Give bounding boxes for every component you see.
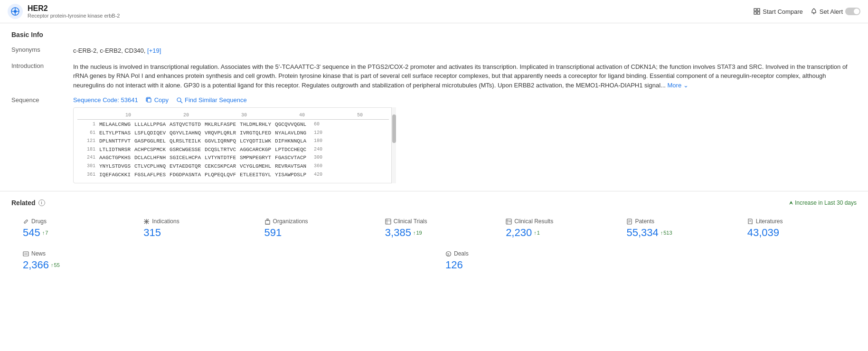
compare-icon [754, 8, 760, 15]
synonyms-more[interactable]: [+19] [147, 47, 161, 54]
news-value: 2,366 ↑ 55 [23, 259, 423, 271]
svg-point-1 [14, 10, 17, 13]
svg-rect-23 [386, 219, 391, 224]
main-content: Basic Info Synonyms c-ERB-2, c-ERB2, CD3… [0, 23, 868, 285]
literatures-label: Literatures [747, 218, 845, 225]
synonyms-label: Synonyms [11, 46, 64, 53]
related-card-patents[interactable]: Patents 55,334 ↑ 513 [615, 212, 736, 245]
clinical-trials-value: 3,385 ↑ 19 [385, 227, 483, 239]
organizations-value: 591 [264, 227, 362, 239]
svg-point-11 [813, 13, 814, 14]
introduction-row: Introduction In the nucleus is involved … [11, 62, 857, 90]
copy-button[interactable]: Copy [146, 96, 169, 104]
related-card-organizations[interactable]: Organizations 591 [253, 212, 374, 245]
synonyms-value: c-ERB-2, c-ERB2, CD340, [+19] [73, 46, 857, 56]
seq-line-2: 61ELTYLPTNASLSFLQDIQEVQGYVLIAHNQVRQVPLQR… [77, 129, 389, 138]
more-link[interactable]: More ⌄ [668, 82, 689, 89]
sequence-code[interactable]: Sequence Code: 53641 [73, 96, 138, 104]
gene-subtitle: Receptor protein-tyrosine kinase erbB-2 [28, 13, 120, 19]
svg-rect-9 [757, 12, 760, 14]
patent-icon [626, 218, 632, 225]
logo-icon [8, 4, 23, 19]
sequence-ruler: 10 20 30 40 50 [77, 112, 389, 120]
header-actions: Start Compare Set Alert [754, 8, 860, 15]
seq-line-3: 121DPLNNTTFVTGASPGGLRELQLRSLTEILKGGVLIQR… [77, 137, 389, 146]
clinical-results-icon [506, 218, 512, 225]
seq-line-1: 1MELAALCRWGLLLALLPPGAASTQVCTGTDMKLRLFASP… [77, 121, 389, 129]
related-card-clinical-trials[interactable]: Clinical Trials 3,385 ↑ 19 [374, 212, 494, 245]
related-card-drugs[interactable]: Drugs 545 ↑ 7 [11, 212, 132, 245]
deals-label: $ Deals [445, 250, 845, 257]
copy-icon [146, 97, 152, 104]
drugs-label: Drugs [23, 218, 121, 225]
find-similar-button[interactable]: Find Similar Sequence [176, 96, 247, 104]
deals-icon: $ [445, 251, 452, 257]
related-header: Related i Increase in Last 30 days [11, 199, 857, 207]
sequence-label: Sequence [11, 96, 64, 104]
sequence-scroll-thumb[interactable] [392, 114, 396, 143]
related-card-clinical-results[interactable]: Clinical Results 2,230 ↑ 1 [494, 212, 615, 245]
related-card-indications[interactable]: Indications 315 [132, 212, 253, 245]
building-icon [264, 218, 271, 225]
sequence-row: Sequence Sequence Code: 53641 Copy Find … [11, 96, 857, 183]
increase-indicator: Increase in Last 30 days [789, 199, 857, 206]
alert-toggle[interactable] [845, 8, 860, 15]
svg-rect-12 [147, 98, 151, 102]
clinical-results-value: 2,230 ↑ 1 [506, 227, 604, 239]
clinical-results-increase: ↑ 1 [534, 230, 540, 236]
gene-title: HER2 [28, 4, 120, 13]
alert-icon [811, 8, 817, 15]
find-similar-icon [176, 97, 183, 104]
related-info-icon[interactable]: i [38, 199, 45, 206]
related-cards-row2: News 2,366 ↑ 55 $ Deals 126 [11, 245, 857, 277]
start-compare-button[interactable]: Start Compare [754, 8, 803, 15]
indications-label: Indications [143, 218, 241, 225]
increase-arrow-icon [789, 200, 793, 205]
synonyms-text: c-ERB-2, c-ERB2, CD340, [73, 47, 145, 54]
svg-rect-6 [754, 9, 756, 11]
sequence-container: 10 20 30 40 50 1MELAALCRWGLLLALLPPGAASTQ… [73, 107, 396, 183]
seq-line-6: 301YNYLSTDVGSCTLVCPLHNQEVTAEDGTQRCEKCSKP… [77, 162, 389, 171]
seq-line-4: 181LTLIDTNRSRACHPCSPMCKGSRCWGESSEDCQSLTR… [77, 146, 389, 154]
svg-rect-20 [265, 220, 270, 224]
sequence-scrollbar[interactable] [391, 107, 396, 183]
related-card-news[interactable]: News 2,366 ↑ 55 [11, 245, 434, 277]
patents-increase: ↑ 513 [660, 230, 672, 236]
header-left: HER2 Receptor protein-tyrosine kinase er… [8, 4, 120, 19]
svg-rect-8 [754, 12, 756, 14]
patents-label: Patents [626, 218, 724, 225]
deals-value: 126 [445, 259, 845, 271]
clinical-trials-increase: ↑ 19 [413, 230, 422, 236]
pill-icon [23, 218, 29, 225]
svg-rect-36 [23, 252, 28, 256]
svg-rect-15 [24, 219, 28, 223]
drugs-increase: ↑ 7 [42, 230, 48, 236]
introduction-value: In the nucleus is involved in transcript… [73, 62, 857, 90]
book-icon [747, 218, 754, 225]
related-card-deals[interactable]: $ Deals 126 [434, 245, 857, 277]
clinical-trials-icon [385, 218, 391, 225]
sequence-header: Sequence Code: 53641 Copy Find Similar S… [73, 96, 857, 104]
basic-info-heading: Basic Info [11, 31, 857, 38]
clinical-trials-label: Clinical Trials [385, 218, 483, 225]
sequence-block: Sequence Code: 53641 Copy Find Similar S… [73, 96, 857, 183]
news-icon [23, 251, 29, 257]
literatures-value: 43,039 [747, 227, 845, 239]
section-divider [0, 191, 868, 191]
related-title: Related i [11, 199, 45, 207]
svg-text:$: $ [447, 253, 449, 256]
header-title-block: HER2 Receptor protein-tyrosine kinase er… [28, 4, 120, 19]
introduction-label: Introduction [11, 62, 64, 69]
page-header: HER2 Receptor protein-tyrosine kinase er… [0, 0, 868, 23]
clinical-results-label: Clinical Results [506, 218, 604, 225]
patents-value: 55,334 ↑ 513 [626, 227, 724, 239]
svg-point-13 [177, 98, 181, 102]
introduction-text: In the nucleus is involved in transcript… [73, 63, 848, 89]
sequence-display[interactable]: 10 20 30 40 50 1MELAALCRWGLLLALLPPGAASTQ… [73, 107, 396, 183]
indications-value: 315 [143, 227, 241, 239]
seq-line-7: 361IQEFAGCKKIFGSLAFLPESFDGDPASNTAPLQPEQL… [77, 171, 389, 180]
drugs-value: 545 ↑ 7 [23, 227, 121, 239]
related-card-literatures[interactable]: Literatures 43,039 [736, 212, 857, 245]
set-alert-button[interactable]: Set Alert [811, 8, 860, 15]
svg-rect-21 [267, 219, 268, 220]
